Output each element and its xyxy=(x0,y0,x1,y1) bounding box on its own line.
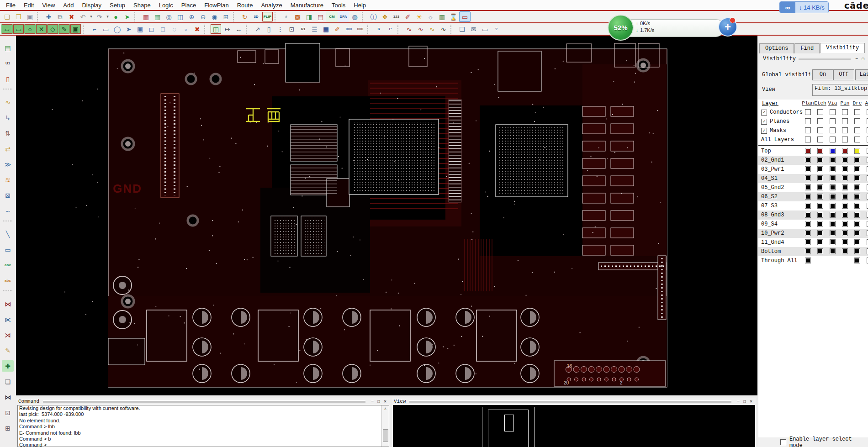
color-layer-swap-icon[interactable]: ◨ xyxy=(303,11,315,22)
delay-tune-icon[interactable]: ⇅ xyxy=(2,127,14,139)
visibility-checkbox[interactable] xyxy=(805,127,811,133)
global-visibility-last-button[interactable]: Last xyxy=(855,69,868,80)
shape-add-rect-icon[interactable]: ▭ xyxy=(13,24,24,34)
enable-layer-select-checkbox[interactable] xyxy=(780,439,786,445)
speed-monitor-widget[interactable]: 52% ↑ 0K/s ↓ 1.7K/s + xyxy=(606,14,743,42)
swatch-pin[interactable] xyxy=(842,194,848,200)
visibility-checkbox[interactable] xyxy=(817,109,823,115)
swatch-plan[interactable] xyxy=(805,203,811,209)
swatch-via[interactable] xyxy=(830,258,836,263)
swatch-drc[interactable] xyxy=(854,230,860,236)
view-viewport-rect[interactable] xyxy=(504,415,514,431)
swap-mode-icon[interactable]: ⊠ xyxy=(2,189,14,201)
swatch-pin[interactable] xyxy=(842,203,848,209)
command-scrollbar[interactable]: ∧ xyxy=(381,405,389,447)
snake-route-icon[interactable]: ∽ xyxy=(2,205,14,216)
swatch-via[interactable] xyxy=(830,166,836,172)
wait-state-icon[interactable]: ⌛ xyxy=(448,11,459,22)
swatch-via[interactable] xyxy=(830,184,836,190)
swatch-plan[interactable] xyxy=(805,148,811,154)
swatch-drc[interactable] xyxy=(854,258,860,263)
grid-toggle-icon[interactable]: # xyxy=(281,11,292,22)
swatch-pin[interactable] xyxy=(842,157,848,163)
shape-add-polygon-icon[interactable]: ▱ xyxy=(1,24,13,34)
visibility-checkbox[interactable] xyxy=(842,137,848,142)
swatch-drc[interactable] xyxy=(854,157,860,163)
swatch-etch[interactable] xyxy=(817,239,823,245)
unrats-all-icon[interactable]: ⋈ xyxy=(2,298,14,310)
swatch-via[interactable] xyxy=(830,148,836,154)
snapshot-icon[interactable]: ⊡ xyxy=(286,24,297,34)
import-logic-icon[interactable]: ▤ xyxy=(2,42,14,53)
global-visibility-on-button[interactable]: On xyxy=(812,69,833,80)
shape-edit-boundary-icon[interactable]: ✎ xyxy=(58,24,70,34)
move-icon[interactable]: ✚ xyxy=(43,11,54,22)
slide-icon[interactable]: ∿ xyxy=(2,96,14,108)
resistor-tool-icon[interactable]: R xyxy=(373,24,385,34)
dimension-a-icon[interactable]: 000 xyxy=(343,24,355,34)
rename-refdes-icon[interactable]: R1 xyxy=(297,24,309,34)
scroll-thumb[interactable] xyxy=(383,429,388,442)
swatch-plan[interactable] xyxy=(805,194,811,200)
swatch-plan[interactable] xyxy=(805,184,811,190)
masks-checkbox[interactable]: ✓ xyxy=(761,128,767,134)
probe-tool-icon[interactable]: P xyxy=(385,24,396,34)
swatch-plan[interactable] xyxy=(805,258,811,263)
visibility-checkbox[interactable] xyxy=(817,118,823,124)
planes-checkbox[interactable]: ✓ xyxy=(761,119,767,125)
open-design-icon[interactable]: ❐ xyxy=(13,11,24,22)
add-square-icon[interactable]: □ xyxy=(157,24,169,34)
visibility-checkbox[interactable] xyxy=(830,127,836,133)
menu-item[interactable]: Display xyxy=(78,1,106,10)
menu-item[interactable]: Edit xyxy=(20,1,38,10)
swatch-via[interactable] xyxy=(830,230,836,236)
edit-rats-icon[interactable]: ✎ xyxy=(2,345,14,356)
network-speed-badge[interactable]: ∞ ↓ 14 KB/s xyxy=(779,1,829,13)
view-drag-grip[interactable] xyxy=(409,400,731,403)
swatch-etch[interactable] xyxy=(817,230,823,236)
visibility-checkbox[interactable] xyxy=(854,137,860,142)
visibility-checkbox[interactable] xyxy=(817,127,823,133)
panel-drag-grip[interactable] xyxy=(799,58,851,60)
tab-options[interactable]: Options xyxy=(759,43,794,53)
visibility-checkbox[interactable] xyxy=(854,118,860,124)
tune-wave-b-icon[interactable]: ∿ xyxy=(415,24,426,34)
copy-icon[interactable]: ⧉ xyxy=(54,11,66,22)
add-small-rect-icon[interactable]: ▫ xyxy=(180,24,191,34)
swatch-pin[interactable] xyxy=(842,166,848,172)
net-schedule-icon[interactable]: ☰ xyxy=(309,24,320,34)
add-oval-icon[interactable]: ◻ xyxy=(146,24,157,34)
swatch-pin[interactable] xyxy=(842,248,848,254)
edit-text-icon[interactable]: abc xyxy=(2,275,14,286)
scroll-up-icon[interactable]: ∧ xyxy=(382,406,389,411)
undo-options-icon[interactable]: ▾ xyxy=(89,11,94,22)
new-design-icon[interactable]: ❏ xyxy=(1,11,13,22)
help-icon[interactable]: ? xyxy=(491,24,502,34)
undo-icon[interactable]: ↶ xyxy=(77,11,89,22)
menu-item[interactable]: Analyze xyxy=(257,1,286,10)
menu-item[interactable]: Help xyxy=(349,1,370,10)
swatch-etch[interactable] xyxy=(817,194,823,200)
zoom-fit-icon[interactable]: ⊞ xyxy=(220,11,232,22)
cursor-pick-icon[interactable]: ➤ xyxy=(123,24,134,34)
copy-rats-icon[interactable]: ❏ xyxy=(2,376,14,387)
vertex-delete-icon[interactable]: ✖ xyxy=(191,24,203,34)
constraint-grid-icon[interactable]: ▦ xyxy=(320,24,332,34)
visibility-checkbox[interactable] xyxy=(854,109,860,115)
conductors-checkbox[interactable]: ✓ xyxy=(761,110,767,116)
swatch-etch[interactable] xyxy=(817,175,823,181)
route-connect-icon[interactable]: ↳ xyxy=(2,112,14,123)
shadow-on-icon[interactable]: ☀ xyxy=(413,11,425,22)
shape-select-points-icon[interactable]: ✕ xyxy=(36,24,47,34)
add-text-icon[interactable]: abc xyxy=(2,259,14,271)
swatch-drc[interactable] xyxy=(854,148,860,154)
tab-find[interactable]: Find xyxy=(794,43,820,53)
menu-item[interactable]: Tools xyxy=(328,1,349,10)
window-copy-icon[interactable]: ❏ xyxy=(456,24,468,34)
swatch-drc[interactable] xyxy=(854,194,860,200)
show-measure-icon[interactable]: 123 xyxy=(391,11,402,22)
menu-item[interactable]: Add xyxy=(59,1,78,10)
export-sub-drawing-icon[interactable]: ↗ xyxy=(252,24,263,34)
swatch-plan[interactable] xyxy=(805,175,811,181)
tune-wave-d-icon[interactable]: ∿ xyxy=(438,24,449,34)
